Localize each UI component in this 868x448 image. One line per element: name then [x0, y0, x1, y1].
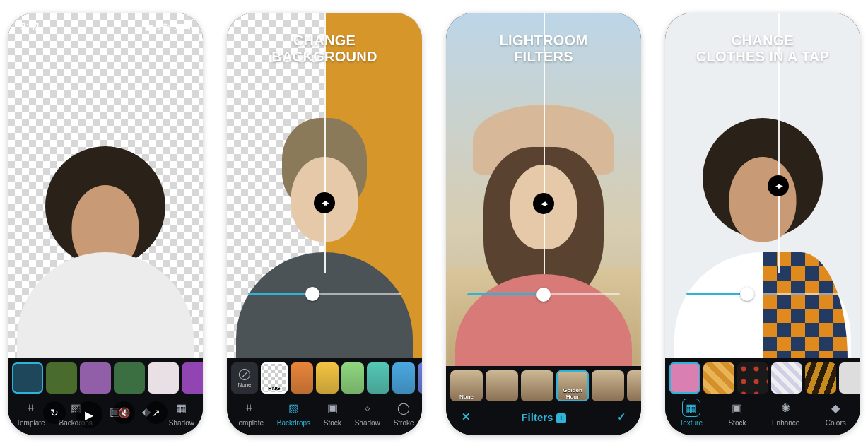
phone-screen-4: CHANGE CLOTHES IN A TAP ▦Texture▣Stock✺E…	[665, 13, 860, 435]
bottom-panel: NoneGolden Hour ✕ Filters i ✓	[446, 366, 641, 435]
compare-handle-icon[interactable]	[768, 175, 789, 196]
canvas-area[interactable]: LIGHTROOM FILTERS	[446, 13, 641, 366]
mute-button[interactable]: 🔇	[112, 401, 135, 424]
subject-photo	[20, 146, 190, 358]
none-icon	[239, 369, 250, 380]
tool-stock[interactable]: ▣Stock	[324, 399, 341, 427]
restart-button[interactable]: ↻	[43, 401, 66, 424]
texture-thumb[interactable]	[703, 362, 734, 394]
tool-label: Stock	[324, 419, 341, 427]
filter-thumb-label: Golden Hour	[556, 387, 589, 400]
slider-knob[interactable]	[740, 287, 754, 301]
tool-icon: ✺	[778, 399, 794, 416]
tool-icon: ▣	[324, 399, 341, 416]
canvas-area[interactable]: 9:41 ᯤ	[8, 13, 203, 358]
filter-thumbnails: NoneGolden Hour	[446, 366, 641, 401]
wifi-icon: ᯤ	[153, 20, 173, 33]
tool-icon: ⬦	[359, 399, 376, 416]
color-swatch[interactable]	[291, 362, 313, 394]
filter-thumb[interactable]	[521, 370, 553, 401]
filter-thumb[interactable]	[627, 370, 641, 401]
tool-enhance[interactable]: ✺Enhance	[772, 399, 799, 427]
cancel-button[interactable]: ✕	[457, 408, 474, 425]
tool-label: Enhance	[772, 419, 799, 427]
tool-backdrops[interactable]: ▧Backdrops	[277, 399, 310, 427]
phone-screen-3: LIGHTROOM FILTERS NoneGolden Hour ✕ Filt…	[446, 13, 641, 435]
filter-thumb-label: None	[450, 394, 483, 400]
none-label: None	[237, 382, 251, 388]
battery-icon	[175, 23, 190, 30]
status-icons: ᯤ	[145, 20, 190, 33]
tool-stroke[interactable]: ◯Stroke	[394, 399, 414, 427]
confirm-bar: ✕ Filters i ✓	[446, 401, 641, 435]
tool-label: Template	[235, 419, 264, 427]
backdrop-thumb[interactable]	[46, 362, 77, 394]
apply-button[interactable]: ✓	[613, 408, 630, 425]
headline: CHANGE CLOTHES IN A TAP	[665, 33, 860, 65]
color-swatches: NonePNG	[227, 358, 422, 394]
filter-thumb[interactable]	[486, 370, 518, 401]
intensity-slider[interactable]	[467, 293, 620, 295]
texture-thumb[interactable]	[737, 362, 768, 394]
texture-thumb[interactable]	[771, 362, 802, 394]
tool-icon: ▦	[683, 399, 700, 416]
applied-texture	[763, 252, 848, 358]
status-time: 9:41	[20, 20, 40, 32]
tool-icon: ⌗	[241, 399, 258, 416]
playback-controls: ↻ ▶ 🔇 ↗	[8, 401, 203, 428]
color-swatch[interactable]	[316, 362, 339, 394]
status-bar: 9:41 ᯤ	[8, 20, 203, 33]
tool-icon: ◆	[827, 399, 844, 416]
headline: CHANGE BACKGROUND	[227, 33, 422, 65]
canvas-area[interactable]: CHANGE CLOTHES IN A TAP	[665, 13, 860, 358]
tool-label: Colors	[826, 419, 846, 427]
toolbar: ▦Texture▣Stock✺Enhance◆Colors	[665, 394, 860, 435]
backdrop-thumb[interactable]	[80, 362, 111, 394]
bottom-panel: NonePNG ⌗Template▧Backdrops▣Stock⬦Shadow…	[227, 358, 422, 435]
intensity-slider[interactable]	[248, 293, 401, 295]
headline: LIGHTROOM FILTERS	[446, 33, 641, 65]
compare-handle-icon[interactable]	[533, 193, 554, 214]
backdrop-none[interactable]: None	[231, 362, 258, 394]
tool-colors[interactable]: ◆Colors	[826, 399, 846, 427]
phone-screen-2: CHANGE BACKGROUND NonePNG ⌗Template▧Back…	[227, 13, 422, 435]
expand-button[interactable]: ↗	[145, 401, 168, 424]
texture-thumb[interactable]	[669, 362, 700, 394]
filter-thumb[interactable]: None	[450, 370, 483, 401]
bottom-panel: ▦Texture▣Stock✺Enhance◆Colors	[665, 358, 860, 435]
texture-thumb[interactable]	[805, 362, 836, 394]
filter-thumb[interactable]	[592, 370, 624, 401]
color-swatch[interactable]	[367, 362, 389, 394]
color-swatch[interactable]	[341, 362, 364, 394]
slider-knob[interactable]	[536, 288, 551, 302]
backdrop-thumb[interactable]	[148, 362, 179, 394]
texture-thumbnails	[665, 358, 860, 394]
phone-screen-1: 9:41 ᯤ ⌗Template▧Backdrops▣◆▦Shadow ↻ ▶ …	[8, 13, 203, 435]
color-swatch[interactable]	[392, 362, 415, 394]
confirm-bar-title: Filters i	[521, 411, 565, 423]
backdrop-png[interactable]: PNG	[261, 362, 288, 394]
backdrop-thumbnails	[8, 358, 203, 394]
toolbar: ⌗Template▧Backdrops▣Stock⬦Shadow◯Stroke	[227, 394, 422, 435]
intensity-slider[interactable]	[686, 293, 839, 295]
filter-thumb[interactable]: Golden Hour	[556, 370, 589, 401]
tool-label: Shadow	[355, 419, 380, 427]
slider-knob[interactable]	[305, 287, 319, 301]
tool-label: Backdrops	[277, 419, 310, 427]
texture-thumb[interactable]	[839, 362, 860, 394]
tool-icon: ▣	[729, 399, 746, 416]
backdrop-thumb[interactable]	[12, 362, 43, 394]
tool-icon: ▧	[285, 399, 302, 416]
signal-icon	[145, 20, 151, 32]
backdrop-thumb[interactable]	[182, 362, 203, 394]
canvas-area[interactable]: CHANGE BACKGROUND	[227, 13, 422, 358]
color-swatch[interactable]	[418, 362, 422, 394]
backdrop-thumb[interactable]	[114, 362, 145, 394]
play-button[interactable]: ▶	[76, 401, 102, 428]
tool-shadow[interactable]: ⬦Shadow	[355, 399, 380, 427]
compare-handle-icon[interactable]	[314, 192, 335, 213]
tool-texture[interactable]: ▦Texture	[679, 399, 703, 427]
tool-template[interactable]: ⌗Template	[235, 399, 264, 427]
tool-label: Stroke	[394, 419, 414, 427]
tool-stock[interactable]: ▣Stock	[728, 399, 746, 427]
